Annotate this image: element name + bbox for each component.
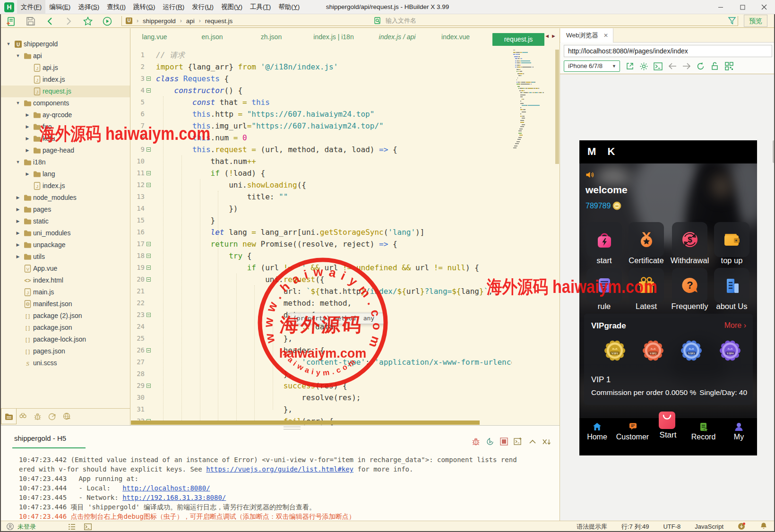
chevron-right-icon[interactable]: ▶ xyxy=(15,239,21,251)
filter-icon[interactable] xyxy=(728,17,737,26)
vip-badge-VIP2[interactable]: VIP2 xyxy=(643,340,663,361)
line-number[interactable]: 11 xyxy=(131,167,145,179)
line-number[interactable]: 2 xyxy=(131,61,145,73)
line-number[interactable]: 30 xyxy=(131,392,145,403)
settings-gear-icon[interactable] xyxy=(639,61,649,71)
menu-选择S[interactable]: 选择(S) xyxy=(74,0,103,14)
status-item-3[interactable]: JavaScript xyxy=(695,523,723,530)
grid-tile-about-Us[interactable] xyxy=(714,268,749,303)
chevron-right-icon[interactable]: ▶ xyxy=(15,251,21,263)
grid-tile-top-up[interactable] xyxy=(714,222,749,257)
device-selector[interactable]: iPhone 6/7/8▼ xyxy=(564,60,620,72)
sidebar-tab-files-icon[interactable] xyxy=(1,409,17,424)
run-button[interactable] xyxy=(102,16,113,27)
tab-record[interactable]: Record xyxy=(686,422,721,441)
tree-item-index.js[interactable]: Jindex.js xyxy=(0,180,130,192)
nav-back-icon[interactable] xyxy=(667,61,677,71)
close-button[interactable] xyxy=(753,0,775,14)
chevron-right-icon[interactable]: ▶ xyxy=(15,215,21,227)
debug-icon[interactable] xyxy=(471,437,480,446)
fold-icon[interactable] xyxy=(146,266,151,270)
tree-item-lang[interactable]: ▶lang xyxy=(0,168,130,180)
nav-forward-icon[interactable] xyxy=(681,61,691,71)
tree-item-package (2).json[interactable]: [ ]package (2).json xyxy=(0,310,130,322)
chevron-right-icon[interactable]: ▶ xyxy=(15,192,21,204)
chevron-down-icon[interactable]: ▼ xyxy=(6,38,11,50)
login-status[interactable]: 未登录 xyxy=(17,523,36,531)
line-number[interactable]: 23 xyxy=(131,309,145,321)
chevron-right-icon[interactable]: ▶ xyxy=(25,145,30,156)
breadcrumb-folder[interactable]: api xyxy=(186,17,195,25)
chevron-down-icon[interactable]: ▼ xyxy=(15,97,21,109)
tree-item-node_modules[interactable]: ▶node_modules xyxy=(0,192,130,204)
tree-item-i18n[interactable]: ▼i18n xyxy=(0,156,130,168)
qrcode-icon[interactable] xyxy=(724,61,734,71)
console-link[interactable]: https://vuejs.org/guide/list.html#key xyxy=(206,465,353,473)
console-link[interactable]: http://localhost:8080/ xyxy=(122,484,210,492)
minimize-button[interactable] xyxy=(710,0,732,14)
preview-toggle-button[interactable]: 预览 xyxy=(744,15,767,27)
menu-跳转G[interactable]: 跳转(G) xyxy=(129,0,159,14)
breadcrumb-file[interactable]: request.js xyxy=(205,17,233,25)
grid-tile-Withdrawal[interactable]: $ xyxy=(672,222,707,257)
fold-icon[interactable] xyxy=(146,147,151,152)
line-number[interactable]: 26 xyxy=(131,344,145,356)
chevron-right-icon[interactable]: ▶ xyxy=(25,121,30,133)
line-number[interactable]: 1 xyxy=(131,49,145,61)
tree-item-pages.json[interactable]: [ ]pages.json xyxy=(0,345,130,357)
outline-icon[interactable] xyxy=(68,523,76,530)
chevron-right-icon[interactable]: ▶ xyxy=(25,168,30,180)
tree-item-package.json[interactable]: [ ]package.json xyxy=(0,322,130,334)
fold-icon[interactable] xyxy=(146,384,151,388)
editor-vscrollbar[interactable] xyxy=(555,50,559,164)
line-number[interactable]: 28 xyxy=(131,368,145,380)
tree-item-manifest.json[interactable]: manifest.json xyxy=(0,298,130,310)
line-number[interactable]: 22 xyxy=(131,297,145,309)
tab-web-browser[interactable]: Web浏览器 ✕ xyxy=(560,28,613,43)
tab-start[interactable]: Start xyxy=(650,430,686,440)
terminal-icon[interactable] xyxy=(84,523,92,530)
line-number[interactable]: 25 xyxy=(131,333,145,344)
console-tab[interactable]: shippergold - H5 xyxy=(14,434,66,442)
editor-tab-lang.vue[interactable]: lang.vue xyxy=(141,28,168,46)
panel-drag-handle[interactable] xyxy=(284,427,301,429)
file-search-input[interactable]: 输入文件名 xyxy=(371,16,738,26)
tree-item-components[interactable]: ▼components xyxy=(0,97,130,109)
tree-item-uni.scss[interactable]: Suni.scss xyxy=(0,357,130,369)
account-number[interactable]: 789789 xyxy=(586,202,611,210)
grid-tile-Certificate[interactable] xyxy=(629,222,664,257)
editor-tab-zh.json[interactable]: zh.json xyxy=(260,28,283,46)
chevron-right-icon[interactable]: ▶ xyxy=(15,227,21,239)
tree-item-ay-qrcode[interactable]: ▶ay-qrcode xyxy=(0,109,130,121)
maximize-button[interactable] xyxy=(732,0,753,14)
stop-icon[interactable] xyxy=(499,437,508,446)
url-input[interactable]: http://localhost:8080/#/pages/index/inde… xyxy=(564,45,772,57)
editor-tab-en.json[interactable]: en.json xyxy=(200,28,224,46)
sidebar-tab-web-icon[interactable] xyxy=(60,409,74,424)
tree-item-page-head[interactable]: ▶page-head xyxy=(0,145,130,156)
favorite-button[interactable] xyxy=(82,16,94,27)
open-external-icon[interactable] xyxy=(625,61,635,71)
line-number[interactable]: 21 xyxy=(131,285,145,297)
line-number[interactable]: 18 xyxy=(131,250,145,262)
chevron-down-icon[interactable]: ▼ xyxy=(15,156,21,168)
start-bag-icon[interactable] xyxy=(659,410,675,429)
editor-tab-index.js-i18n[interactable]: index.js | i18n xyxy=(313,28,354,46)
new-file-button[interactable] xyxy=(5,16,17,27)
editor-tab-index.vue[interactable]: index.vue xyxy=(440,28,471,46)
tree-item-index.html[interactable]: <>index.html xyxy=(0,275,130,286)
fold-icon[interactable] xyxy=(146,183,151,187)
chevron-right-icon[interactable]: ▶ xyxy=(15,204,21,215)
back-button[interactable] xyxy=(44,16,56,27)
fold-icon[interactable] xyxy=(146,88,151,93)
editor-hscrollbar[interactable] xyxy=(131,420,480,425)
tab-customer[interactable]: Customer xyxy=(615,422,650,441)
fold-icon[interactable] xyxy=(146,348,151,352)
fold-icon[interactable] xyxy=(146,313,151,317)
line-number[interactable]: 4 xyxy=(131,85,145,96)
fold-icon[interactable] xyxy=(146,254,151,258)
line-number[interactable]: 24 xyxy=(131,321,145,333)
tree-item-pages[interactable]: ▶pages xyxy=(0,204,130,215)
tree-item-unpackage[interactable]: ▶unpackage xyxy=(0,239,130,251)
menu-查找I[interactable]: 查找(I) xyxy=(103,0,129,14)
